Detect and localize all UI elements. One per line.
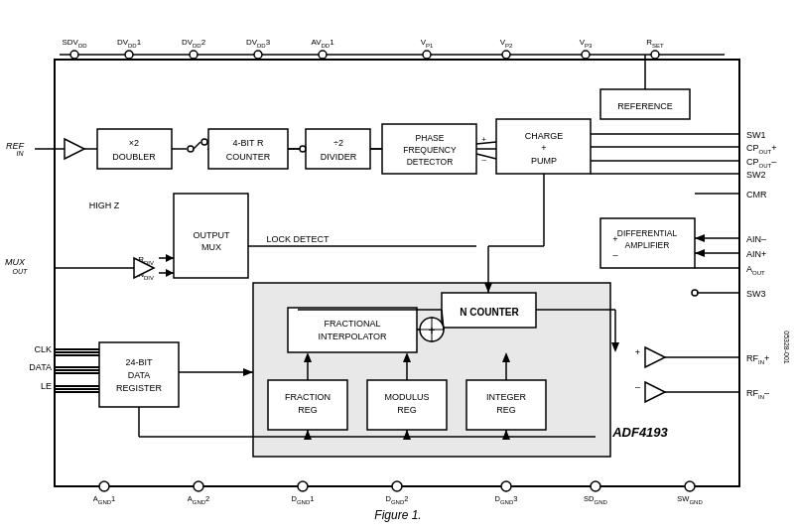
- svg-text:DATA: DATA: [128, 370, 151, 380]
- svg-text:INTERPOLATOR: INTERPOLATOR: [318, 332, 387, 341]
- svg-text:AMPLIFIER: AMPLIFIER: [625, 240, 670, 250]
- svg-text:SW3: SW3: [746, 289, 766, 299]
- svg-point-6: [190, 51, 198, 59]
- svg-text:24-BIT: 24-BIT: [125, 357, 153, 367]
- svg-rect-34: [208, 129, 288, 169]
- figure-caption: Figure 1.: [374, 508, 421, 522]
- svg-text:05328-001: 05328-001: [783, 331, 790, 364]
- svg-text:CHARGE: CHARGE: [525, 131, 564, 141]
- svg-point-183: [99, 481, 109, 491]
- svg-point-43: [300, 146, 306, 152]
- svg-text:PUMP: PUMP: [531, 156, 557, 166]
- svg-point-189: [392, 481, 402, 491]
- svg-text:MUX: MUX: [5, 257, 26, 267]
- svg-text:–: –: [635, 382, 640, 392]
- svg-point-31: [188, 146, 194, 152]
- svg-text:SW2: SW2: [746, 170, 766, 180]
- svg-point-185: [194, 481, 203, 491]
- svg-text:DATA: DATA: [29, 362, 52, 372]
- svg-text:DIFFERENTIAL: DIFFERENTIAL: [617, 228, 678, 238]
- svg-rect-26: [97, 129, 172, 169]
- svg-text:+: +: [541, 143, 546, 153]
- svg-text:4-BIT R: 4-BIT R: [233, 138, 264, 148]
- svg-text:FRACTIONAL: FRACTIONAL: [324, 319, 380, 329]
- svg-text:DETECTOR: DETECTOR: [407, 157, 454, 167]
- svg-point-8: [254, 51, 262, 59]
- svg-text:MODULUS: MODULUS: [384, 392, 429, 402]
- svg-text:–: –: [612, 250, 617, 260]
- svg-point-10: [319, 51, 327, 59]
- svg-point-33: [201, 139, 207, 145]
- svg-text:N COUNTER: N COUNTER: [460, 307, 519, 318]
- svg-text:REG: REG: [496, 405, 516, 415]
- svg-point-18: [651, 51, 659, 59]
- svg-point-4: [125, 51, 133, 59]
- svg-text:ADF4193: ADF4193: [611, 425, 668, 440]
- svg-text:SW1: SW1: [746, 130, 766, 140]
- svg-point-14: [502, 51, 510, 59]
- svg-text:LE: LE: [41, 381, 52, 391]
- svg-text:OUT: OUT: [13, 268, 29, 275]
- svg-text:REG: REG: [397, 405, 417, 415]
- svg-text:×2: ×2: [129, 138, 139, 148]
- svg-text:PHASE: PHASE: [416, 133, 445, 143]
- svg-text:COUNTER: COUNTER: [226, 152, 271, 162]
- diagram-container: FUNCTIONAL BLOCK DIAGRAM SDVDD DVDD1 DVD…: [0, 0, 796, 532]
- svg-point-16: [582, 51, 590, 59]
- svg-rect-38: [306, 129, 370, 169]
- svg-text:FRACTION: FRACTION: [285, 392, 331, 402]
- svg-text:CLK: CLK: [34, 344, 52, 354]
- svg-text:+: +: [635, 347, 640, 357]
- svg-point-191: [501, 481, 511, 491]
- svg-text:REG: REG: [298, 405, 318, 415]
- svg-text:+: +: [612, 234, 617, 244]
- svg-point-195: [685, 481, 695, 491]
- svg-text:MUX: MUX: [201, 242, 221, 252]
- svg-text:CMR: CMR: [746, 190, 767, 200]
- svg-text:AIN–: AIN–: [746, 234, 766, 244]
- svg-text:AIN+: AIN+: [746, 249, 766, 259]
- svg-text:FREQUENCY: FREQUENCY: [403, 145, 457, 155]
- svg-rect-111: [288, 308, 417, 352]
- svg-point-161: [692, 290, 698, 296]
- svg-text:DOUBLER: DOUBLER: [112, 152, 156, 162]
- svg-point-12: [423, 51, 431, 59]
- svg-text:REFERENCE: REFERENCE: [617, 101, 673, 111]
- svg-text:IN: IN: [17, 150, 25, 157]
- svg-text:÷2: ÷2: [333, 138, 343, 148]
- svg-point-187: [298, 481, 308, 491]
- svg-text:LOCK DETECT: LOCK DETECT: [266, 234, 330, 244]
- svg-text:DIVIDER: DIVIDER: [321, 152, 357, 162]
- svg-text:REGISTER: REGISTER: [116, 383, 163, 393]
- svg-text:OUTPUT: OUTPUT: [194, 230, 231, 240]
- svg-point-193: [591, 481, 600, 491]
- svg-text:HIGH Z: HIGH Z: [89, 200, 120, 210]
- svg-text:INTEGER: INTEGER: [486, 392, 527, 402]
- svg-point-2: [70, 51, 78, 59]
